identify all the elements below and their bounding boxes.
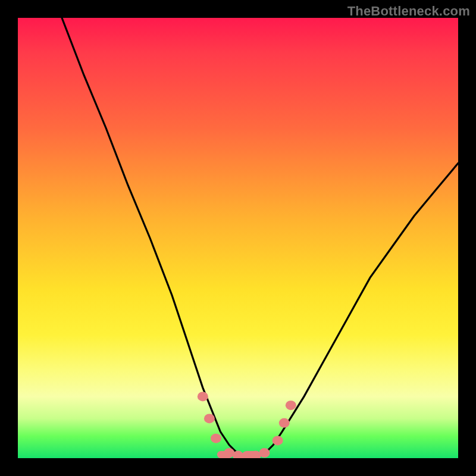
marker-dot [273, 436, 283, 445]
marker-dot [259, 448, 270, 458]
marker-dot [211, 434, 221, 443]
curve-path-group [62, 18, 458, 456]
marker-dot [198, 392, 208, 401]
plot-area [18, 18, 458, 458]
chart-frame: TheBottleneck.com [0, 0, 476, 476]
marker-lobe [243, 451, 259, 458]
chart-svg [18, 18, 458, 458]
watermark-text: TheBottleneck.com [347, 4, 470, 19]
bottleneck-curve [62, 18, 458, 456]
marker-dot [286, 400, 296, 410]
marker-dot [279, 418, 290, 428]
marker-lobe [217, 451, 233, 458]
curve-markers [198, 392, 296, 458]
marker-dot [204, 414, 215, 423]
